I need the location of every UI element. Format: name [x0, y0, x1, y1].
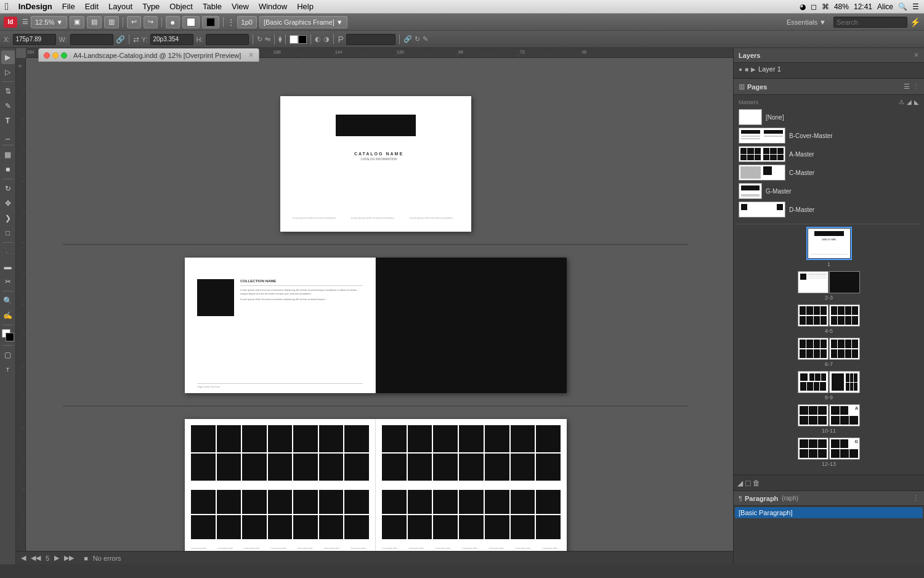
free-transform-tool[interactable]: □: [1, 226, 15, 240]
spread-thumb-6-7[interactable]: 6-7: [736, 338, 922, 367]
rectangle-tool[interactable]: ■: [1, 163, 15, 176]
layers-panel-close[interactable]: ✕: [914, 51, 919, 59]
constrain-icon[interactable]: 🔗: [116, 35, 125, 44]
master-d[interactable]: D-Master: [736, 200, 922, 219]
edit-icon[interactable]: ✎: [423, 35, 428, 43]
link-icon[interactable]: 🔗: [403, 35, 412, 43]
scale-tool[interactable]: ✥: [1, 197, 15, 210]
spread-thumb-2-3[interactable]: 2-3: [736, 271, 922, 301]
menu-table[interactable]: Table: [203, 2, 222, 11]
delete-page-btn[interactable]: 🗑: [753, 479, 760, 487]
menu-file[interactable]: File: [62, 2, 75, 11]
layer-1-row[interactable]: ● ■ ▶ Layer 1: [734, 63, 924, 75]
layer-expand-icon[interactable]: ▶: [751, 66, 756, 73]
gradient-tool[interactable]: ▬: [1, 260, 15, 274]
doc-close-icon[interactable]: ✕: [248, 51, 254, 59]
page-nav-prev[interactable]: ◀: [21, 554, 26, 562]
spread-thumb-8-9[interactable]: 8-9: [736, 371, 922, 401]
shear-tool[interactable]: ❯: [1, 211, 15, 225]
masters-view[interactable]: ◣: [914, 99, 919, 105]
new-page-btn[interactable]: □: [745, 478, 750, 488]
page-thumb-1-wrapper[interactable]: CATALOG NAME: [806, 227, 852, 260]
frame-options[interactable]: ▤: [87, 16, 102, 28]
fill-color[interactable]: [182, 16, 200, 28]
stroke-color[interactable]: [202, 16, 219, 28]
apple-menu[interactable]: : [5, 1, 9, 12]
spread-thumb-4-5[interactable]: 4-5: [736, 304, 922, 334]
preview-mode[interactable]: ▢: [1, 348, 15, 362]
close-btn[interactable]: [44, 52, 50, 59]
hand-tool[interactable]: ✍: [1, 309, 15, 322]
more-transform-options[interactable]: ⧫: [278, 35, 282, 43]
master-g[interactable]: G-Master: [736, 182, 922, 200]
page-1[interactable]: CATALOG NAME CATALOG INFORMATION Lorem i…: [280, 96, 471, 232]
layer-lock-icon[interactable]: ■: [745, 66, 748, 73]
lightning-icon[interactable]: ⚡: [910, 17, 920, 27]
layer-visibility-icon[interactable]: ●: [739, 66, 742, 73]
redo-btn[interactable]: ↪: [144, 16, 158, 28]
master-a[interactable]: A-Master: [736, 145, 922, 163]
zoom-selector[interactable]: 12.5% ▼: [31, 16, 67, 28]
master-none[interactable]: [None]: [736, 108, 922, 126]
spread-thumb-12-13[interactable]: G 12-13: [736, 438, 922, 467]
blend-options[interactable]: ◑: [323, 35, 330, 43]
maximize-btn[interactable]: [61, 52, 67, 59]
opacity-options[interactable]: ◐: [315, 35, 321, 43]
flip-icon[interactable]: ⇋: [265, 35, 270, 43]
style-input[interactable]: [346, 34, 395, 45]
gap-tool[interactable]: ⇅: [1, 84, 15, 98]
align-options[interactable]: ⋮: [227, 18, 235, 26]
line-tool[interactable]: ⎯: [1, 129, 15, 142]
pages-panel-menu[interactable]: ☰: [904, 83, 910, 91]
rectangle-frame-tool[interactable]: ▦: [1, 148, 15, 161]
layout-options[interactable]: ▥: [104, 16, 119, 28]
frame-style-selector[interactable]: [Basic Graphics Frame] ▼: [259, 16, 347, 28]
stroke-swatch[interactable]: [298, 35, 307, 44]
scissors-tool[interactable]: ✂: [1, 275, 15, 288]
w-input[interactable]: [70, 34, 113, 45]
char-style-icon[interactable]: P: [338, 35, 343, 44]
para-panel-menu[interactable]: ⋮: [912, 494, 919, 502]
search-input[interactable]: [833, 17, 907, 28]
master-c[interactable]: C-Master: [736, 163, 922, 182]
menu-layout[interactable]: Layout: [108, 2, 132, 11]
masters-options[interactable]: ◢: [907, 99, 912, 105]
rotate-tool[interactable]: ↻: [1, 182, 15, 195]
page-nav-first[interactable]: ◀◀: [31, 554, 41, 562]
minimize-btn[interactable]: [52, 52, 59, 59]
color-swatches[interactable]: [2, 329, 14, 341]
rotate-icon[interactable]: ↻: [257, 35, 262, 43]
search-bar[interactable]: [833, 17, 907, 28]
menu-window[interactable]: Window: [259, 2, 287, 11]
transform-options[interactable]: ⇄: [133, 35, 139, 44]
menu-type[interactable]: Type: [142, 2, 160, 11]
page-nav-last[interactable]: ▶▶: [64, 554, 74, 562]
y-input[interactable]: [150, 34, 193, 45]
doc-tab[interactable]: A4-Landscape-Catalog.indd @ 12% [Overpri…: [38, 48, 259, 62]
update-icon[interactable]: ↻: [415, 35, 420, 43]
type-tool[interactable]: T: [1, 114, 15, 128]
canvas-scroll[interactable]: CATALOG NAME CATALOG INFORMATION Lorem i…: [26, 71, 726, 551]
workspace-label[interactable]: Essentials ▼: [787, 18, 826, 26]
text-preview[interactable]: T: [1, 363, 15, 377]
zoom-tool[interactable]: 🔍: [1, 294, 15, 307]
eyedropper-tool[interactable]: 📞: [1, 245, 15, 259]
paragraph-list[interactable]: [Basic Paragraph]: [734, 506, 924, 564]
direct-selection-tool[interactable]: ▷: [1, 65, 15, 79]
menu-object[interactable]: Object: [169, 2, 193, 11]
page-3[interactable]: [376, 258, 567, 393]
new-master-btn[interactable]: ◢: [737, 479, 743, 487]
pages-panel-close[interactable]: ⋮: [912, 83, 919, 91]
selection-tool[interactable]: ▶: [1, 51, 15, 64]
menu-indesign[interactable]: InDesign: [18, 2, 52, 11]
undo-btn[interactable]: ↩: [127, 16, 141, 28]
menu-icon[interactable]: ☰: [912, 2, 919, 11]
stroke-weight[interactable]: 1p0: [237, 16, 257, 28]
para-style-basic[interactable]: [Basic Paragraph]: [735, 507, 923, 518]
page-5[interactable]: Lorem ipsum dolor Lorem ipsum dolor Lore…: [376, 419, 567, 551]
spread-thumb-10-11[interactable]: A 10-11: [736, 404, 922, 434]
page-4[interactable]: Lorem ipsum dolor Lorem ipsum dolor Lore…: [185, 419, 376, 551]
master-b-cover[interactable]: B-Cover-Master: [736, 126, 922, 145]
pen-tool[interactable]: ✎: [1, 99, 15, 113]
h-input[interactable]: [206, 34, 249, 45]
